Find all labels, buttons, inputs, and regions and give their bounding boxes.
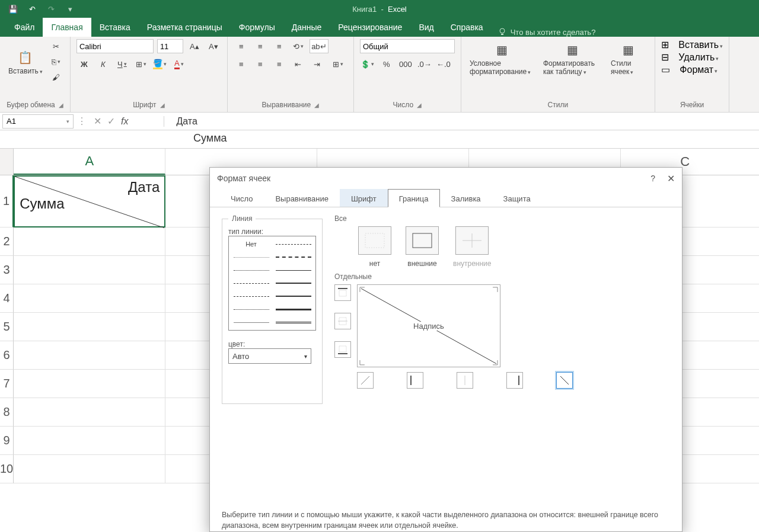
tab-review[interactable]: Рецензирование bbox=[330, 18, 410, 37]
percent-icon[interactable]: % bbox=[379, 57, 394, 71]
border-middle-h-button[interactable] bbox=[334, 313, 351, 329]
wrap-text-icon[interactable]: ab↵ bbox=[310, 39, 329, 53]
insert-cells-button[interactable]: Вставить bbox=[678, 40, 723, 50]
align-center-icon[interactable]: ≡ bbox=[253, 57, 268, 71]
resize-icon[interactable]: ⋮ bbox=[76, 116, 88, 127]
tab-insert[interactable]: Вставка bbox=[91, 18, 139, 37]
undo-icon[interactable]: ↶ bbox=[24, 2, 40, 16]
line-style-option[interactable] bbox=[230, 303, 272, 316]
decrease-decimal-icon[interactable]: ←.0 bbox=[436, 57, 451, 71]
column-header[interactable]: A bbox=[14, 149, 165, 175]
line-style-option[interactable] bbox=[230, 277, 272, 290]
row-header[interactable]: 1 bbox=[0, 175, 14, 227]
border-preview[interactable]: Надпись bbox=[357, 284, 500, 367]
align-left-icon[interactable]: ≡ bbox=[234, 57, 249, 71]
cell-styles-button[interactable]: ▦ Стили ячеек bbox=[608, 39, 649, 77]
paste-button[interactable]: 📋 Вставить bbox=[6, 47, 45, 76]
color-select[interactable]: Авто ▾ bbox=[228, 348, 311, 364]
cell[interactable] bbox=[14, 427, 165, 455]
dialog-tab-protection[interactable]: Защита bbox=[492, 189, 542, 207]
orientation-icon[interactable]: ⟲ bbox=[291, 39, 306, 53]
format-painter-icon[interactable]: 🖌 bbox=[49, 70, 64, 84]
cell[interactable] bbox=[14, 227, 165, 256]
row-header[interactable]: 4 bbox=[0, 284, 14, 313]
row-header[interactable]: 10 bbox=[0, 455, 14, 483]
save-icon[interactable]: 💾 bbox=[5, 2, 21, 16]
cell[interactable] bbox=[14, 284, 165, 313]
enter-icon[interactable]: ✓ bbox=[107, 116, 115, 127]
underline-button[interactable]: Ч bbox=[114, 57, 130, 71]
line-style-option[interactable] bbox=[230, 316, 272, 329]
bold-button[interactable]: Ж bbox=[76, 57, 92, 71]
tab-formulas[interactable]: Формулы bbox=[231, 18, 283, 37]
line-style-none[interactable]: Нет bbox=[230, 238, 272, 251]
border-diag-down-button[interactable] bbox=[556, 372, 573, 389]
row-header[interactable]: 5 bbox=[0, 313, 14, 341]
qat-customize-icon[interactable]: ▾ bbox=[62, 2, 78, 16]
currency-icon[interactable]: 💲 bbox=[360, 57, 375, 71]
line-style-option[interactable] bbox=[272, 277, 314, 290]
dialog-tab-alignment[interactable]: Выравнивание bbox=[264, 189, 339, 207]
delete-cells-button[interactable]: Удалить bbox=[678, 52, 719, 63]
align-top-icon[interactable]: ≡ bbox=[234, 39, 249, 53]
cell[interactable] bbox=[14, 398, 165, 427]
tab-file[interactable]: Файл bbox=[6, 18, 43, 37]
tell-me[interactable]: Что вы хотите сделать? bbox=[498, 27, 596, 37]
row-header[interactable]: 6 bbox=[0, 341, 14, 370]
align-middle-icon[interactable]: ≡ bbox=[253, 39, 268, 53]
line-style-option[interactable] bbox=[272, 251, 314, 264]
select-all-corner[interactable] bbox=[0, 149, 14, 175]
tab-help[interactable]: Справка bbox=[442, 18, 492, 37]
tab-view[interactable]: Вид bbox=[410, 18, 442, 37]
conditional-formatting-button[interactable]: ▦ Условное форматирование bbox=[467, 39, 537, 77]
copy-icon[interactable]: ⎘ bbox=[49, 55, 64, 69]
dialog-launcher-icon[interactable]: ◢ bbox=[417, 102, 422, 108]
cell[interactable] bbox=[14, 370, 165, 398]
line-style-option[interactable] bbox=[230, 264, 272, 277]
line-style-list[interactable]: Нет bbox=[228, 236, 316, 331]
border-top-button[interactable] bbox=[334, 284, 351, 301]
row-header[interactable]: 7 bbox=[0, 370, 14, 398]
number-format-select[interactable] bbox=[360, 39, 455, 53]
border-right-button[interactable] bbox=[506, 372, 523, 389]
line-style-option[interactable] bbox=[230, 251, 272, 264]
line-style-option[interactable] bbox=[272, 316, 314, 329]
dialog-launcher-icon[interactable]: ◢ bbox=[160, 102, 165, 108]
border-diag-up-button[interactable] bbox=[357, 372, 374, 389]
dialog-tab-fill[interactable]: Заливка bbox=[440, 189, 492, 207]
increase-font-icon[interactable]: A▴ bbox=[187, 39, 202, 53]
formula-line2[interactable]: Сумма bbox=[0, 130, 759, 149]
cell-a1[interactable]: Дата Сумма bbox=[14, 175, 165, 227]
italic-button[interactable]: К bbox=[95, 57, 111, 71]
align-right-icon[interactable]: ≡ bbox=[272, 57, 287, 71]
decrease-indent-icon[interactable]: ⇤ bbox=[291, 57, 306, 71]
preset-none[interactable]: нет bbox=[358, 226, 391, 268]
align-bottom-icon[interactable]: ≡ bbox=[272, 39, 287, 53]
increase-decimal-icon[interactable]: .0→ bbox=[417, 57, 432, 71]
line-style-option[interactable] bbox=[272, 264, 314, 277]
tab-data[interactable]: Данные bbox=[283, 18, 330, 37]
line-style-option[interactable] bbox=[230, 290, 272, 303]
increase-indent-icon[interactable]: ⇥ bbox=[310, 57, 325, 71]
dialog-tab-border[interactable]: Граница bbox=[388, 189, 440, 207]
line-style-option[interactable] bbox=[272, 238, 314, 251]
row-header[interactable]: 9 bbox=[0, 427, 14, 455]
tab-home[interactable]: Главная bbox=[43, 18, 91, 37]
line-style-option[interactable] bbox=[272, 290, 314, 303]
comma-icon[interactable]: 000 bbox=[398, 57, 413, 71]
dialog-launcher-icon[interactable]: ◢ bbox=[59, 102, 63, 108]
format-as-table-button[interactable]: ▦ Форматировать как таблицу bbox=[541, 39, 605, 77]
close-icon[interactable]: ✕ bbox=[667, 173, 675, 184]
cell[interactable] bbox=[14, 455, 165, 483]
tab-page-layout[interactable]: Разметка страницы bbox=[139, 18, 231, 37]
row-header[interactable]: 2 bbox=[0, 227, 14, 256]
dialog-launcher-icon[interactable]: ◢ bbox=[314, 102, 319, 108]
redo-icon[interactable]: ↷ bbox=[43, 2, 59, 16]
line-style-option[interactable] bbox=[272, 303, 314, 316]
format-cells-button[interactable]: Формат bbox=[680, 65, 717, 75]
dialog-tab-number[interactable]: Число bbox=[219, 189, 264, 207]
fill-color-icon[interactable]: 🪣 bbox=[152, 57, 168, 71]
border-middle-v-button[interactable] bbox=[457, 372, 473, 389]
border-left-button[interactable] bbox=[407, 372, 423, 389]
row-header[interactable]: 8 bbox=[0, 398, 14, 427]
